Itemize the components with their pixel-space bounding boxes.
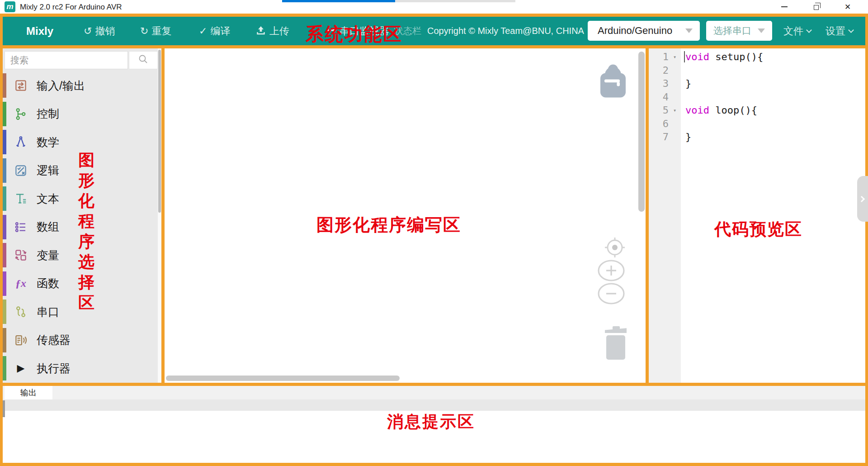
serial-plug-icon xyxy=(326,25,336,38)
settings-menu-label: 设置 xyxy=(826,24,845,38)
logic-icon xyxy=(14,163,28,178)
block-workspace-canvas[interactable] xyxy=(165,48,646,383)
variable-icon xyxy=(14,248,28,262)
canvas-horizontal-scrollbar[interactable] xyxy=(166,376,400,381)
sensor-icon xyxy=(14,333,28,347)
branch-icon xyxy=(14,107,28,121)
board-select-dropdown[interactable]: Arduino/Genuino xyxy=(588,21,700,41)
chevron-down-icon xyxy=(848,27,854,33)
sidebar-item-math[interactable]: 数学 xyxy=(3,128,159,157)
panel-collapse-handle[interactable] xyxy=(857,176,868,222)
line-number: 7 xyxy=(649,131,669,143)
compile-button[interactable]: ✓ 编译 xyxy=(199,17,230,45)
sidebar-item-control[interactable]: 控制 xyxy=(3,100,159,128)
sidebar-item-io[interactable]: 输入/输出 xyxy=(3,71,159,100)
locate-center-icon[interactable] xyxy=(602,235,627,262)
search-icon xyxy=(137,53,149,67)
border-bottom xyxy=(0,463,868,466)
border-top xyxy=(0,14,868,17)
upload-button[interactable]: 上传 xyxy=(255,17,289,45)
line-number: 4 xyxy=(649,91,669,103)
trash-icon[interactable] xyxy=(603,324,628,363)
tab-output[interactable]: 输出 xyxy=(5,386,52,399)
category-strip xyxy=(3,271,6,296)
category-strip xyxy=(3,158,6,183)
code-text: void setup(){ xyxy=(681,51,763,62)
category-strip xyxy=(3,243,6,267)
sidebar-scrollbar-thumb[interactable] xyxy=(158,50,161,213)
category-strip xyxy=(3,73,6,98)
code-line: 6 xyxy=(649,117,861,131)
category-strip xyxy=(3,186,6,211)
board-select-value: Arduino/Genuino xyxy=(598,25,672,37)
keyword: void xyxy=(685,105,709,116)
search-input[interactable] xyxy=(5,51,128,69)
file-menu[interactable]: 文件 xyxy=(783,17,811,45)
category-strip xyxy=(3,215,6,239)
toolbar: Mixly ↺ 撤销 ↻ 重复 ✓ 编译 上传 串口监视器 状态栏 Copyri… xyxy=(3,17,865,45)
close-icon: ✕ xyxy=(844,2,851,12)
text-cursor xyxy=(684,51,685,62)
undo-button[interactable]: ↺ 撤销 xyxy=(84,17,115,45)
output-panel: 输出 xyxy=(3,386,865,463)
minimize-button[interactable] xyxy=(774,0,795,14)
function-icon: ƒx xyxy=(14,276,28,291)
serial-monitor-button[interactable]: 串口监视器 xyxy=(326,17,389,45)
undo-label: 撤销 xyxy=(95,24,115,38)
chevron-right-icon xyxy=(859,195,865,202)
undo-icon: ↺ xyxy=(84,26,92,36)
sidebar-item-actuator[interactable]: ▶ 执行器 xyxy=(3,354,159,383)
zoom-out-icon[interactable] xyxy=(597,282,625,307)
list-icon xyxy=(14,220,28,234)
compass-icon xyxy=(14,135,28,149)
code-line: 5 ▾ void loop(){ xyxy=(649,104,861,117)
upload-icon xyxy=(255,25,266,38)
keyword: void xyxy=(685,51,709,62)
border-right xyxy=(865,14,868,466)
sidebar-item-text[interactable]: 文本 xyxy=(3,185,159,213)
restore-icon xyxy=(814,5,819,10)
serial-icon xyxy=(14,304,28,319)
code-line: 1 ▾ void setup(){ xyxy=(649,50,861,64)
sidebar-item-array[interactable]: 数组 xyxy=(3,213,159,242)
serial-monitor-label: 串口监视器 xyxy=(340,24,389,38)
code-text: } xyxy=(681,78,691,89)
chevron-down-icon xyxy=(806,27,812,33)
sidebar-item-function[interactable]: ƒx 函数 xyxy=(3,270,159,298)
search-button[interactable] xyxy=(129,51,158,69)
border-toolbar-bottom xyxy=(0,45,868,48)
close-button[interactable]: ✕ xyxy=(837,0,858,14)
sidebar-item-label: 执行器 xyxy=(37,361,71,376)
sidebar-item-label: 逻辑 xyxy=(37,163,59,178)
code-rest: loop(){ xyxy=(709,105,757,116)
file-menu-label: 文件 xyxy=(783,24,803,38)
redo-label: 重复 xyxy=(151,24,171,38)
line-number: 6 xyxy=(649,118,669,129)
settings-menu[interactable]: 设置 xyxy=(826,17,853,45)
play-icon: ▶ xyxy=(14,361,28,376)
sidebar-item-variable[interactable]: 变量 xyxy=(3,241,159,270)
code-line: 2 xyxy=(649,64,861,77)
sidebar-item-sensor[interactable]: 传感器 xyxy=(3,326,159,355)
backpack-icon[interactable] xyxy=(598,61,628,101)
restore-button[interactable] xyxy=(806,0,826,14)
sidebar-item-label: 传感器 xyxy=(37,333,71,347)
fold-toggle-icon[interactable]: ▾ xyxy=(669,107,681,114)
redo-button[interactable]: ↻ 重复 xyxy=(140,17,171,45)
category-list: 输入/输出 控制 数学 逻辑 xyxy=(3,71,159,383)
port-select-dropdown[interactable]: 选择串口 xyxy=(706,21,772,41)
fold-toggle-icon[interactable]: ▾ xyxy=(669,54,681,60)
canvas-vertical-scrollbar[interactable] xyxy=(638,52,645,212)
sidebar-item-serial[interactable]: 串口 xyxy=(3,298,159,326)
code-preview-panel[interactable]: 1 ▾ void setup(){ 2 3 } 4 5 ▾ void loop(… xyxy=(649,48,865,383)
statusbar-label: 状态栏 xyxy=(394,17,421,45)
sidebar-item-logic[interactable]: 逻辑 xyxy=(3,157,159,185)
zoom-in-icon[interactable] xyxy=(597,259,625,284)
mixly-menu[interactable]: Mixly xyxy=(26,17,53,45)
code-line: 4 xyxy=(649,90,861,104)
border-code-left xyxy=(646,45,649,386)
copyright-text: Copyright © Mixly Team@BNU, CHINA xyxy=(427,17,584,45)
upload-label: 上传 xyxy=(269,24,289,38)
console-cursor xyxy=(3,400,5,417)
progress-fill xyxy=(282,0,395,2)
